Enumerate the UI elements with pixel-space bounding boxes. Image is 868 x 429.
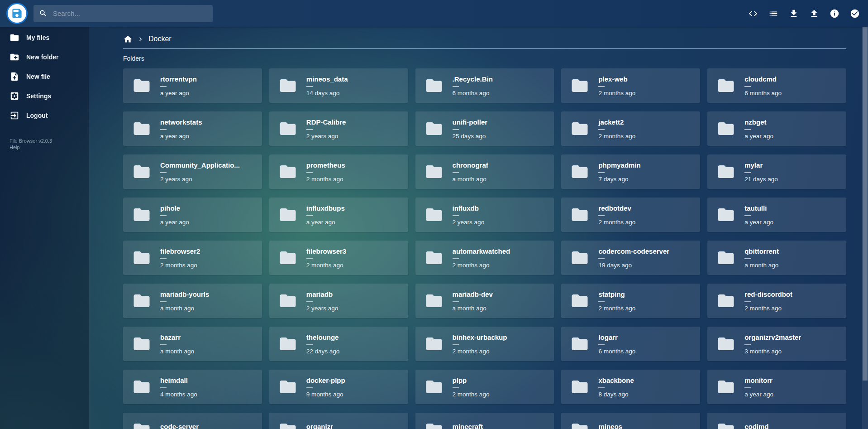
folder-icon xyxy=(424,248,444,267)
folder-card[interactable]: xbackbone8 days ago xyxy=(561,370,700,404)
folder-card[interactable]: networkstatsa year ago xyxy=(123,111,262,146)
folder-card[interactable]: redbotdev2 months ago xyxy=(561,198,700,232)
folder-card[interactable]: mylar21 days ago xyxy=(707,154,846,189)
folder-card[interactable]: monitorra year ago xyxy=(707,370,846,404)
folder-card[interactable]: organizrv2master3 months ago xyxy=(707,327,846,361)
card-divider xyxy=(453,215,459,216)
folder-card[interactable]: Community_Applicatio...2 years ago xyxy=(123,154,262,189)
code-icon[interactable] xyxy=(748,9,758,19)
sidebar-item-my-files[interactable]: My files xyxy=(0,28,89,47)
search-input[interactable] xyxy=(53,10,207,17)
home-icon[interactable] xyxy=(123,34,133,44)
folder-modified-time: a year ago xyxy=(306,219,345,226)
folders-section-label: Folders xyxy=(123,55,846,62)
folder-card[interactable]: influxdbupsa year ago xyxy=(269,198,408,232)
folder-icon xyxy=(569,420,590,429)
folder-card[interactable]: filebrowser32 months ago xyxy=(269,241,408,275)
folder-name: networkstats xyxy=(160,118,202,126)
folder-card[interactable]: statping2 months ago xyxy=(561,284,700,318)
list-view-icon[interactable] xyxy=(768,9,778,19)
folder-card[interactable]: tautullia year ago xyxy=(707,198,846,232)
card-divider xyxy=(744,387,751,388)
sidebar-item-settings[interactable]: Settings xyxy=(0,86,89,106)
folder-card[interactable]: bazarra month ago xyxy=(123,327,262,361)
folder-name: cloudcmd xyxy=(744,75,782,83)
folder-card[interactable]: thelounge22 days ago xyxy=(269,327,408,361)
folder-card[interactable]: binhex-urbackup2 months ago xyxy=(415,327,554,361)
folder-card[interactable]: mineos_data14 days ago xyxy=(269,68,408,103)
folder-card[interactable]: .Recycle.Bin6 months ago xyxy=(415,68,554,103)
folder-card[interactable]: qbittorrenta month ago xyxy=(707,241,846,275)
folder-name: minecraft xyxy=(453,423,483,429)
search-box[interactable] xyxy=(33,5,213,22)
folder-modified-time: 2 months ago xyxy=(598,305,635,312)
folder-modified-time: 2 months ago xyxy=(598,219,635,226)
card-divider xyxy=(160,344,167,345)
folder-card[interactable]: minecraft xyxy=(415,413,554,429)
card-divider xyxy=(160,215,167,216)
folder-card[interactable]: logarr6 months ago xyxy=(561,327,700,361)
folder-card[interactable]: code-server xyxy=(123,413,262,429)
sidebar-item-logout[interactable]: Logout xyxy=(0,106,89,125)
folder-icon xyxy=(424,162,444,181)
card-divider xyxy=(453,301,459,302)
folder-card[interactable]: piholea year ago xyxy=(123,198,262,232)
folder-card[interactable]: mariadb-deva month ago xyxy=(415,284,554,318)
folder-card[interactable]: mariadb-yourlsa month ago xyxy=(123,284,262,318)
folder-icon xyxy=(715,162,736,181)
folder-icon xyxy=(569,377,590,396)
folder-modified-time: a year ago xyxy=(744,219,773,226)
folder-card[interactable]: rtorrentvpna year ago xyxy=(123,68,262,103)
folder-card[interactable]: jackett22 months ago xyxy=(561,111,700,146)
folder-card[interactable]: codercom-codeserver19 days ago xyxy=(561,241,700,275)
folder-card[interactable]: red-discordbot2 months ago xyxy=(707,284,846,318)
sidebar-item-new-file[interactable]: New file xyxy=(0,67,89,86)
folder-modified-time: a year ago xyxy=(160,133,202,140)
upload-icon[interactable] xyxy=(809,9,819,19)
sidebar-item-new-folder[interactable]: New folder xyxy=(0,47,89,67)
folder-card[interactable]: filebrowser22 months ago xyxy=(123,241,262,275)
folder-name: codimd xyxy=(744,423,768,429)
filebrowser-logo[interactable] xyxy=(6,3,28,24)
folder-name: binhex-urbackup xyxy=(453,333,507,341)
folder-card[interactable]: prometheus2 months ago xyxy=(269,154,408,189)
folder-name: rtorrentvpn xyxy=(160,75,197,83)
folder-card[interactable]: codimd xyxy=(707,413,846,429)
folder-name: red-discordbot xyxy=(744,290,792,298)
folder-card[interactable]: RDP-Calibre2 years ago xyxy=(269,111,408,146)
folder-name: phpmyadmin xyxy=(598,161,640,169)
folder-card[interactable]: influxdb2 years ago xyxy=(415,198,554,232)
search-icon xyxy=(39,9,48,18)
folder-card[interactable]: unifi-poller25 days ago xyxy=(415,111,554,146)
folder-name: .Recycle.Bin xyxy=(453,75,493,83)
folder-icon xyxy=(131,119,152,138)
card-divider xyxy=(598,129,605,130)
folder-card[interactable]: chronografa month ago xyxy=(415,154,554,189)
folder-card[interactable]: plex-web2 months ago xyxy=(561,68,700,103)
folder-card[interactable]: cloudcmd6 months ago xyxy=(707,68,846,103)
folder-icon xyxy=(131,420,152,429)
scrollbar-thumb[interactable] xyxy=(863,27,868,381)
card-divider xyxy=(306,129,313,130)
folder-card[interactable]: nzbgeta year ago xyxy=(707,111,846,146)
folder-card[interactable]: organizr xyxy=(269,413,408,429)
divider-rule xyxy=(123,48,846,49)
folder-card[interactable]: phpmyadmin7 days ago xyxy=(561,154,700,189)
logout-icon xyxy=(10,111,19,121)
select-multiple-icon[interactable] xyxy=(850,9,860,19)
folder-card[interactable]: mineos xyxy=(561,413,700,429)
info-icon[interactable] xyxy=(830,9,839,19)
folder-card[interactable]: plpp2 months ago xyxy=(415,370,554,404)
download-icon[interactable] xyxy=(789,9,799,19)
folder-modified-time: 14 days ago xyxy=(306,90,348,96)
folder-name: organizrv2master xyxy=(744,333,801,341)
folder-card[interactable]: heimdall4 months ago xyxy=(123,370,262,404)
folder-card[interactable]: docker-plpp9 months ago xyxy=(269,370,408,404)
help-link[interactable]: Help xyxy=(10,144,89,150)
folder-icon xyxy=(424,76,444,95)
folder-card[interactable]: automarkwatched2 months ago xyxy=(415,241,554,275)
folder-card[interactable]: mariadb2 years ago xyxy=(269,284,408,318)
folder-icon xyxy=(277,334,298,353)
folder-icon xyxy=(277,76,298,95)
chevron-right-icon xyxy=(137,35,144,43)
